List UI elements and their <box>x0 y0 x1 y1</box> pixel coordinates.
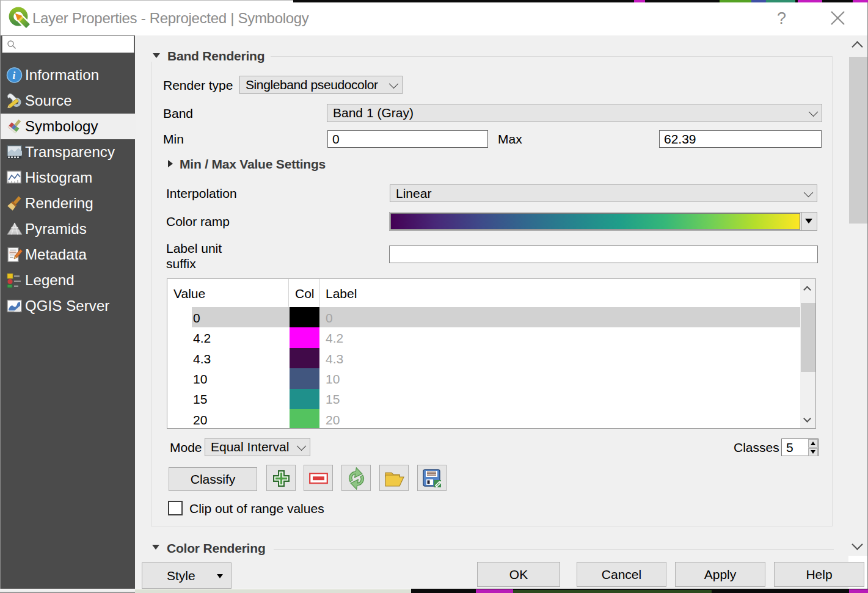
svg-text:i: i <box>13 70 16 81</box>
